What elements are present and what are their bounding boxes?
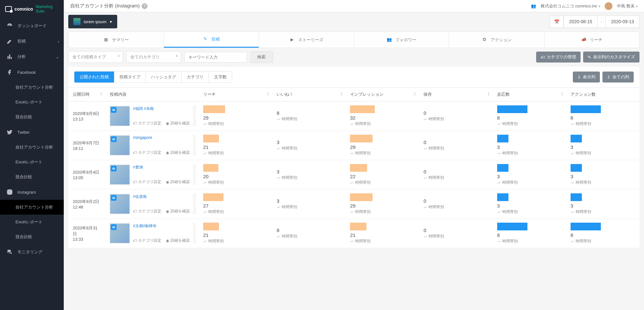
seg-category[interactable]: カテゴリ bbox=[182, 72, 209, 82]
col-likes[interactable]: いいね！▴▾ bbox=[272, 88, 346, 102]
col-saves[interactable]: 保存▴▾ bbox=[419, 88, 492, 102]
date-range-picker[interactable]: 📅 2020-08-15 - 2020-09-13 bbox=[550, 15, 639, 28]
nav-twitter[interactable]: Twitter bbox=[0, 124, 64, 140]
filter-category[interactable]: 全てのカテゴリ bbox=[126, 51, 181, 63]
time-of-day-link[interactable]: 時間帯別 bbox=[571, 238, 635, 244]
time-of-day-link[interactable]: 時間帯別 bbox=[277, 175, 341, 180]
time-of-day-link[interactable]: 時間帯別 bbox=[571, 121, 635, 127]
manage-categories-button[interactable]: 🏷カテゴリの管理 bbox=[536, 52, 581, 63]
nav-fb-excel[interactable]: Excelレポート bbox=[0, 95, 64, 110]
seg-hashtag[interactable]: ハッシュタグ bbox=[146, 72, 182, 82]
set-category-link[interactable]: 🏷カテゴリ設定 bbox=[133, 238, 161, 243]
filter-post-type[interactable]: 全ての投稿タイプ bbox=[68, 51, 123, 63]
set-category-link[interactable]: 🏷カテゴリ設定 bbox=[133, 179, 161, 185]
time-of-day-link[interactable]: 時間帯別 bbox=[497, 121, 562, 127]
tab-summary[interactable]: ▦サマリー bbox=[69, 32, 164, 48]
time-of-day-link[interactable]: 時間帯別 bbox=[423, 234, 488, 239]
user-avatar[interactable] bbox=[605, 2, 612, 10]
time-of-day-link[interactable]: 時間帯別 bbox=[497, 180, 562, 185]
seg-char-count[interactable]: 文字数 bbox=[209, 72, 232, 82]
view-detail-link[interactable]: ◉詳細を確認 bbox=[166, 238, 190, 243]
col-reach[interactable]: リーチ▴▾ bbox=[199, 88, 272, 102]
post-hashtags[interactable]: #佐渡島 bbox=[133, 194, 194, 199]
nav-post[interactable]: 投稿 ‹ bbox=[0, 34, 64, 49]
post-thumbnail[interactable] bbox=[110, 165, 130, 185]
view-detail-link[interactable]: ◉詳細を確認 bbox=[166, 121, 190, 126]
time-of-day-link[interactable]: 時間帯別 bbox=[497, 238, 562, 244]
time-of-day-link[interactable]: 時間帯別 bbox=[423, 146, 488, 151]
view-detail-link[interactable]: ◉詳細を確認 bbox=[166, 150, 190, 155]
customize-columns-button[interactable]: ✎表示列のカスタマイズ bbox=[583, 52, 639, 63]
col-published-at[interactable]: 公開日時▴▾ bbox=[68, 88, 105, 102]
drag-handle-icon[interactable] bbox=[193, 194, 196, 214]
post-thumbnail[interactable] bbox=[110, 135, 130, 155]
post-hashtags[interactable]: #京都#南禅寺 bbox=[133, 223, 194, 229]
help-icon[interactable]: ? bbox=[142, 3, 147, 9]
time-of-day-link[interactable]: 時間帯別 bbox=[497, 209, 562, 215]
time-of-day-link[interactable]: 時間帯別 bbox=[350, 180, 414, 185]
view-detail-link[interactable]: ◉詳細を確認 bbox=[166, 179, 190, 185]
time-of-day-link[interactable]: 時間帯別 bbox=[203, 238, 268, 244]
time-of-day-link[interactable]: 時間帯別 bbox=[350, 209, 414, 215]
date-from[interactable]: 2020-08-15 bbox=[564, 15, 598, 28]
drag-handle-icon[interactable] bbox=[193, 165, 196, 185]
nav-monitoring[interactable]: モニタリング bbox=[0, 244, 64, 260]
post-thumbnail[interactable] bbox=[110, 223, 130, 243]
tab-stories[interactable]: ▶ストーリーズ bbox=[259, 32, 354, 48]
org-switcher[interactable]: 株式会社コムニコ comnico.inc ▾ bbox=[541, 3, 600, 9]
tab-posts[interactable]: ✎投稿 bbox=[164, 32, 259, 48]
post-hashtags[interactable]: #豊洲 bbox=[133, 165, 194, 170]
drag-handle-icon[interactable] bbox=[193, 223, 196, 243]
tab-reach[interactable]: 📣リーチ bbox=[545, 32, 639, 48]
nav-fb-compare[interactable]: 競合比較 bbox=[0, 110, 64, 124]
tab-followers[interactable]: 👥フォロワー bbox=[354, 32, 450, 48]
time-of-day-link[interactable]: 時間帯別 bbox=[423, 204, 488, 210]
keyword-input[interactable] bbox=[184, 52, 247, 63]
time-of-day-link[interactable]: 時間帯別 bbox=[571, 150, 635, 156]
set-category-link[interactable]: 🏷カテゴリ設定 bbox=[133, 150, 161, 155]
time-of-day-link[interactable]: 時間帯別 bbox=[497, 150, 562, 156]
tab-actions[interactable]: ✪アクション bbox=[449, 32, 545, 48]
nav-analyze[interactable]: 分析 ⌄ bbox=[0, 49, 64, 64]
drag-handle-icon[interactable] bbox=[193, 106, 196, 126]
time-of-day-link[interactable]: 時間帯別 bbox=[423, 175, 488, 180]
seg-post-type[interactable]: 投稿タイプ bbox=[114, 72, 146, 82]
time-of-day-link[interactable]: 時間帯別 bbox=[350, 238, 414, 244]
time-of-day-link[interactable]: 時間帯別 bbox=[203, 150, 268, 156]
drag-handle-icon[interactable] bbox=[193, 135, 196, 155]
date-to[interactable]: 2020-09-13 bbox=[605, 15, 639, 28]
nav-instagram[interactable]: Instagram bbox=[0, 184, 64, 200]
nav-tw-own[interactable]: 自社アカウント分析 bbox=[0, 140, 64, 155]
search-button[interactable]: 検索 bbox=[250, 51, 273, 63]
nav-tw-compare[interactable]: 競合比較 bbox=[0, 170, 64, 184]
post-hashtags[interactable]: #singapore bbox=[133, 135, 194, 140]
col-impressions[interactable]: インプレッション▴▾ bbox=[346, 88, 419, 102]
col-reactions[interactable]: 反応数▴▾ bbox=[493, 88, 566, 102]
time-of-day-link[interactable]: 時間帯別 bbox=[571, 209, 635, 215]
nav-ig-own[interactable]: 自社アカウント分析 bbox=[0, 200, 64, 215]
display-columns-button[interactable]: ⇩表示列 bbox=[573, 72, 600, 82]
all-columns-button[interactable]: ⇩全ての列 bbox=[602, 72, 634, 82]
set-category-link[interactable]: 🏷カテゴリ設定 bbox=[133, 121, 161, 126]
set-category-link[interactable]: 🏷カテゴリ設定 bbox=[133, 208, 161, 214]
time-of-day-link[interactable]: 時間帯別 bbox=[277, 146, 341, 151]
time-of-day-link[interactable]: 時間帯別 bbox=[350, 121, 414, 127]
post-thumbnail[interactable] bbox=[110, 106, 130, 126]
time-of-day-link[interactable]: 時間帯別 bbox=[203, 121, 268, 127]
time-of-day-link[interactable]: 時間帯別 bbox=[571, 180, 635, 185]
time-of-day-link[interactable]: 時間帯別 bbox=[277, 116, 341, 122]
user-menu[interactable]: 中島 敦美 ▾ bbox=[617, 3, 638, 9]
time-of-day-link[interactable]: 時間帯別 bbox=[350, 150, 414, 156]
nav-ig-compare[interactable]: 競合比較 bbox=[0, 229, 64, 244]
seg-published[interactable]: 公開された投稿 bbox=[74, 72, 114, 82]
time-of-day-link[interactable]: 時間帯別 bbox=[203, 180, 268, 185]
time-of-day-link[interactable]: 時間帯別 bbox=[423, 116, 488, 122]
nav-dashboard[interactable]: ダッシュボード bbox=[0, 18, 64, 34]
account-dropdown[interactable]: lorem ipsum ▾ bbox=[68, 15, 117, 28]
time-of-day-link[interactable]: 時間帯別 bbox=[277, 204, 341, 210]
time-of-day-link[interactable]: 時間帯別 bbox=[203, 209, 268, 215]
post-thumbnail[interactable] bbox=[110, 194, 130, 214]
nav-facebook[interactable]: Facebook bbox=[0, 64, 64, 80]
time-of-day-link[interactable]: 時間帯別 bbox=[277, 234, 341, 239]
view-detail-link[interactable]: ◉詳細を確認 bbox=[166, 208, 190, 214]
